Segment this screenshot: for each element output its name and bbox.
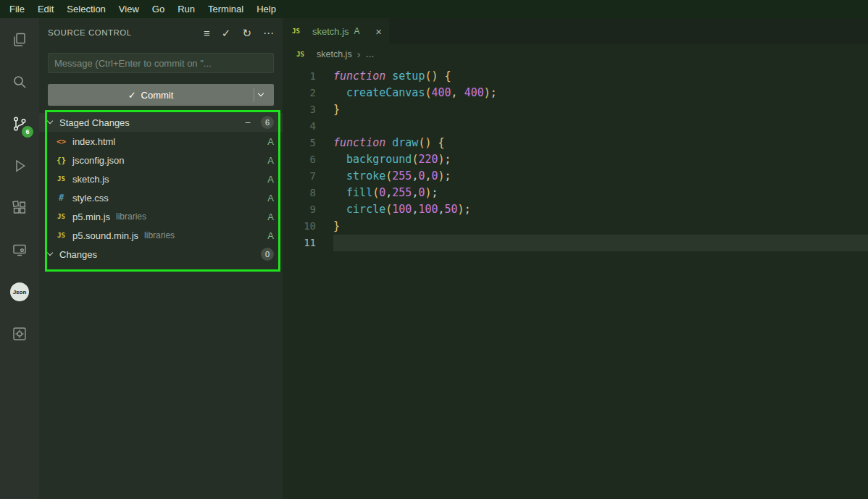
explorer-icon[interactable] bbox=[8, 28, 31, 51]
changes-count-badge: 0 bbox=[261, 248, 274, 261]
refresh-icon[interactable]: ↻ bbox=[242, 28, 251, 38]
code-text: function draw() { bbox=[333, 135, 868, 151]
code-text: createCanvas(400, 400); bbox=[333, 85, 868, 101]
js-file-icon: JS bbox=[55, 232, 67, 239]
changes-header[interactable]: Changes 0 bbox=[39, 245, 283, 264]
vscode-window: FileEditSelectionViewGoRunTerminalHelp bbox=[0, 0, 868, 499]
line-number: 11 bbox=[283, 235, 333, 251]
file-status-added: A bbox=[267, 155, 274, 166]
tab-git-status: A bbox=[354, 26, 360, 36]
menu-item-go[interactable]: Go bbox=[146, 0, 171, 18]
menu-item-edit[interactable]: Edit bbox=[31, 0, 60, 18]
file-row[interactable]: JSp5.min.jslibrariesA bbox=[39, 207, 283, 226]
code-line[interactable]: 8 fill(0,255,0); bbox=[283, 185, 868, 201]
code-text: stroke(255,0,0); bbox=[333, 168, 868, 185]
line-number: 7 bbox=[283, 168, 333, 185]
commit-dropdown-button[interactable] bbox=[254, 84, 274, 106]
breadcrumb-ellipsis[interactable]: … bbox=[365, 49, 375, 59]
activity-bar: 6 bbox=[0, 18, 39, 499]
breadcrumb: JS sketch.js › … bbox=[283, 44, 868, 64]
css-file-icon: # bbox=[55, 193, 67, 203]
source-control-badge: 6 bbox=[22, 126, 33, 138]
more-actions-icon[interactable]: ⋯ bbox=[263, 28, 274, 38]
menu-item-selection[interactable]: Selection bbox=[60, 0, 112, 18]
html-file-icon: <> bbox=[55, 137, 67, 146]
staged-changes-header[interactable]: Staged Changes − 6 bbox=[39, 113, 283, 132]
menu-item-run[interactable]: Run bbox=[171, 0, 201, 18]
code-text: circle(100,100,50); bbox=[333, 201, 868, 218]
line-number: 9 bbox=[283, 201, 333, 218]
json-file-icon: {} bbox=[55, 156, 67, 165]
code-line[interactable]: 9 circle(100,100,50); bbox=[283, 201, 868, 218]
remote-explorer-icon[interactable] bbox=[8, 238, 31, 261]
tab-label: sketch.js bbox=[312, 26, 349, 37]
line-number: 4 bbox=[283, 118, 333, 135]
code-line[interactable]: 3} bbox=[283, 101, 868, 118]
code-text bbox=[333, 235, 868, 251]
unstage-all-icon[interactable]: − bbox=[245, 117, 251, 128]
extensions-icon[interactable] bbox=[8, 196, 31, 219]
menu-item-terminal[interactable]: Terminal bbox=[201, 0, 250, 18]
menu-item-help[interactable]: Help bbox=[250, 0, 283, 18]
file-status-added: A bbox=[267, 174, 274, 185]
chevron-down-icon bbox=[47, 118, 53, 124]
code-line[interactable]: 4 bbox=[283, 118, 868, 135]
file-status-added: A bbox=[267, 211, 274, 222]
line-number: 10 bbox=[283, 218, 333, 235]
code-text: fill(0,255,0); bbox=[333, 185, 868, 201]
file-row[interactable]: <>index.htmlA bbox=[39, 132, 283, 151]
file-row[interactable]: JSp5.sound.min.jslibrariesA bbox=[39, 226, 283, 245]
staged-changes-label: Staged Changes bbox=[59, 117, 130, 128]
json-tools-icon[interactable]: Json bbox=[8, 280, 31, 303]
chevron-down-icon bbox=[47, 250, 53, 256]
code-line[interactable]: 7 stroke(255,0,0); bbox=[283, 168, 868, 185]
code-line[interactable]: 1function setup() { bbox=[283, 68, 868, 85]
changes-label: Changes bbox=[59, 249, 97, 260]
file-row[interactable]: {}jsconfig.jsonA bbox=[39, 151, 283, 169]
file-row[interactable]: #style.cssA bbox=[39, 188, 283, 207]
editor-area: JS sketch.js A × JS sketch.js › … 1funct… bbox=[283, 18, 868, 499]
code-text bbox=[333, 118, 868, 135]
commit-button[interactable]: ✓ Commit bbox=[48, 84, 274, 106]
source-control-icon[interactable]: 6 bbox=[8, 112, 31, 135]
menu-bar: FileEditSelectionViewGoRunTerminalHelp bbox=[0, 0, 868, 18]
search-icon[interactable] bbox=[8, 70, 31, 93]
run-debug-icon[interactable] bbox=[8, 154, 31, 177]
tab-bar: JS sketch.js A × bbox=[283, 18, 868, 44]
breadcrumb-file[interactable]: sketch.js bbox=[317, 49, 352, 59]
chevron-down-icon bbox=[257, 91, 263, 96]
code-line[interactable]: 5function draw() { bbox=[283, 135, 868, 151]
menu-item-view[interactable]: View bbox=[112, 0, 146, 18]
commit-message-input[interactable] bbox=[48, 53, 274, 73]
line-number: 8 bbox=[283, 185, 333, 201]
line-number: 1 bbox=[283, 68, 333, 85]
code-text: background(220); bbox=[333, 151, 868, 168]
file-status-added: A bbox=[267, 136, 274, 147]
json-tools-label: Json bbox=[10, 282, 29, 301]
js-file-icon: JS bbox=[55, 213, 67, 220]
tab-sketch-js[interactable]: JS sketch.js A × bbox=[283, 18, 389, 44]
js-file-icon: JS bbox=[290, 28, 302, 35]
file-name: style.css bbox=[72, 193, 109, 204]
menu-item-file[interactable]: File bbox=[3, 0, 31, 18]
file-name: p5.sound.min.js bbox=[72, 230, 138, 241]
code-text: } bbox=[333, 101, 868, 118]
code-line[interactable]: 10} bbox=[283, 218, 868, 235]
staged-count-badge: 6 bbox=[261, 116, 274, 129]
view-as-list-icon[interactable]: ≡ bbox=[204, 28, 210, 38]
commit-check-icon[interactable]: ✓ bbox=[222, 28, 231, 38]
staged-files-list: <>index.htmlA{}jsconfig.jsonAJSsketch.js… bbox=[39, 132, 283, 245]
code-line[interactable]: 11 bbox=[283, 235, 868, 251]
code-line[interactable]: 2 createCanvas(400, 400); bbox=[283, 85, 868, 101]
settings-gear-icon[interactable] bbox=[8, 322, 31, 345]
code-line[interactable]: 6 background(220); bbox=[283, 151, 868, 168]
line-number: 2 bbox=[283, 85, 333, 101]
close-icon[interactable]: × bbox=[375, 25, 382, 38]
file-name: sketch.js bbox=[72, 174, 109, 185]
file-row[interactable]: JSsketch.jsA bbox=[39, 169, 283, 188]
file-name: index.html bbox=[72, 136, 115, 147]
commit-button-label: Commit bbox=[141, 90, 174, 101]
file-name: jsconfig.json bbox=[72, 155, 125, 166]
code-area[interactable]: 1function setup() {2 createCanvas(400, 4… bbox=[283, 64, 868, 499]
js-file-icon: JS bbox=[55, 175, 67, 183]
